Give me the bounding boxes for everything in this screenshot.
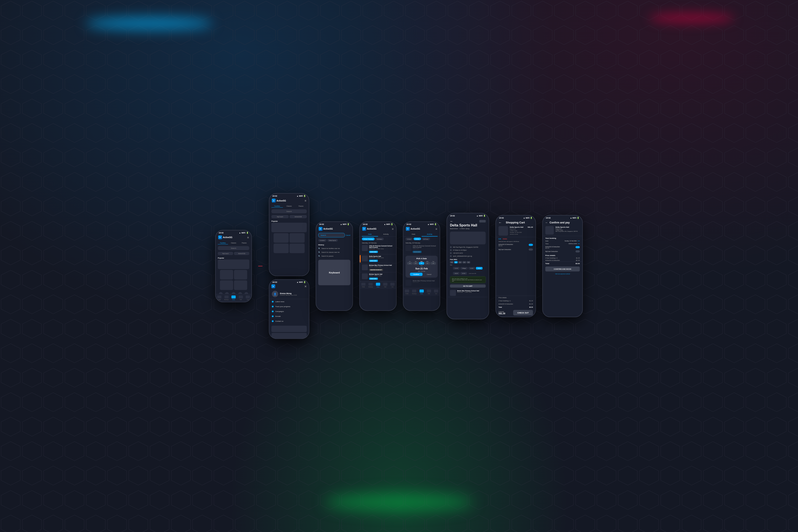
- nav-bookings-1[interactable]: Bookings: [224, 296, 229, 300]
- checkout-btn-7[interactable]: CHECK OUT: [513, 310, 533, 316]
- price-details-7: Price details: [496, 296, 536, 299]
- slot-11-6[interactable]: 11:00: [453, 267, 460, 269]
- back-arrow-8[interactable]: ←: [546, 221, 548, 224]
- confirm-venue-card-8: Delta Sports Hall Badminton 1.53km away …: [543, 225, 583, 236]
- cal-23-6[interactable]: 23: [467, 261, 470, 263]
- menu-donate[interactable]: Donate: [269, 314, 309, 319]
- slot-18-6[interactable]: 18:00: [453, 272, 460, 274]
- cancel-date-btn-5[interactable]: Cancel: [425, 272, 433, 276]
- tab-activity-5[interactable]: Activity: [421, 232, 438, 236]
- date-cell-mon-5[interactable]: 22: [425, 262, 430, 265]
- add-payment-8[interactable]: Add new payment method: [543, 272, 583, 275]
- cal-21-6[interactable]: 21: [458, 261, 462, 263]
- tab-classes-2a[interactable]: Classes: [283, 205, 295, 208]
- slot-village-6[interactable]: Village: [460, 267, 468, 269]
- book-btn-4-4[interactable]: BOOK NOW: [369, 278, 378, 280]
- tab-facilities-2a[interactable]: Facilities: [271, 205, 283, 208]
- profile-name-2b: Emma Wong: [280, 292, 306, 294]
- date-cell-sun-5[interactable]: 21: [419, 262, 424, 265]
- search-bar-2a[interactable]: Search: [271, 209, 307, 213]
- back-arrow-6[interactable]: ←: [450, 219, 454, 223]
- filter-trending-4[interactable]: ⇅ Sort: Trending: [362, 238, 375, 240]
- my-coach-btn-1[interactable]: MyCoach: [218, 252, 233, 255]
- activeSG-btn-2a[interactable]: ActiveSG$: [290, 215, 307, 218]
- tab-date-5[interactable]: Date: [405, 232, 422, 236]
- tab-date-4[interactable]: Date: [362, 232, 378, 236]
- time-edit-8[interactable]: Edit: [577, 243, 580, 244]
- tab-facilities-1[interactable]: Facilities: [218, 241, 228, 244]
- date-cell-sat-5[interactable]: 20: [413, 262, 418, 265]
- book-btn-2-4[interactable]: BOOK NOW: [369, 260, 378, 262]
- delete-btn-7[interactable]: Delete: [503, 238, 507, 240]
- filter-row-4: ⇅ Sort: Trending ⊞ Filters: [360, 236, 396, 241]
- tab-passes-2a[interactable]: Passes: [296, 205, 307, 208]
- confirm-date-btn-5[interactable]: Confirm: [410, 272, 423, 276]
- bottom-nav-1: Profile Bookings Home Notif Cart: [216, 294, 251, 302]
- suggestion-1-3[interactable]: 🔍 Search for facilities near me: [316, 246, 353, 250]
- search-input-3[interactable]: Search: [321, 234, 326, 236]
- phone-4-booking-list: 19:02 ▲ WiFi 🔋 A ActiveSG ≡ Date Activit…: [359, 221, 397, 311]
- popular-grid-1: [218, 270, 249, 290]
- cal-20-6[interactable]: 20: [454, 261, 458, 263]
- price-total-8: Total $0.00: [543, 261, 583, 265]
- date-cell-tue-5[interactable]: 23: [431, 262, 436, 265]
- myCash-toggle-7[interactable]: [529, 248, 533, 250]
- suggestion-2-3[interactable]: 🔍 Search for classes near me: [316, 250, 353, 254]
- menu-icon-5[interactable]: ≡: [435, 227, 437, 230]
- app-header-3: A ActiveSG: [316, 226, 353, 232]
- filter-sort-5[interactable]: ⇅ Sort: [405, 238, 413, 240]
- filter-activity-5[interactable]: Activity: [414, 238, 421, 240]
- glow-blue: [85, 17, 213, 30]
- chip-delta-3[interactable]: Delta Sports: [327, 239, 338, 242]
- menu-track-progress[interactable]: Track your progress: [269, 304, 309, 309]
- activeSG-btn-1[interactable]: ActiveSG$: [234, 252, 249, 255]
- confirm-book-btn-8[interactable]: CONFIRM AND BOOK: [546, 266, 580, 271]
- logo-icon-2b: A: [271, 285, 276, 288]
- booking-info-1-4: CHIJ St Theresa Convent School Hall Fest…: [369, 245, 394, 253]
- cal-19-6[interactable]: 19: [450, 261, 454, 263]
- cancel-btn-3[interactable]: Cancel: [346, 234, 350, 236]
- slot-20-6[interactable]: 20:00: [460, 272, 467, 274]
- myCash-toggle-8[interactable]: [576, 250, 580, 252]
- suggestion-3-3[interactable]: 🔍 Search for passes: [316, 254, 353, 258]
- menu-icon-2a[interactable]: ≡: [305, 199, 306, 202]
- slot-15-6[interactable]: 15:00: [476, 267, 482, 269]
- edit-btn-7[interactable]: Edit: [499, 238, 501, 240]
- tab-activity-4[interactable]: Activity: [378, 232, 394, 236]
- nav-cart-1[interactable]: Cart: [246, 296, 250, 300]
- cart-item-price-7: S$1.30: [528, 226, 533, 235]
- tab-passes-1[interactable]: Passes: [239, 241, 249, 244]
- menu-campaigns[interactable]: Campaigns: [269, 309, 309, 314]
- toggle-6[interactable]: [479, 220, 486, 222]
- menu-icon-4[interactable]: ≡: [392, 227, 394, 230]
- tab-classes-1[interactable]: Classes: [229, 241, 239, 244]
- nav-notifications-1[interactable]: Notif: [239, 296, 243, 300]
- chip-location-3[interactable]: Location: [318, 239, 327, 242]
- time-row-8: Time 10:00 to 12:00 Edit: [543, 242, 583, 245]
- search-bar-1[interactable]: Search: [218, 246, 249, 250]
- location-icon-6: [450, 246, 452, 248]
- nav-profile-1[interactable]: Profile: [217, 296, 221, 300]
- date-cell-fri-5[interactable]: 19: [407, 262, 413, 265]
- my-coach-btn-2a[interactable]: MyCoach: [271, 215, 289, 218]
- slot-13-6[interactable]: 13:00: [468, 267, 475, 269]
- close-icon-2b[interactable]: ✕: [304, 285, 307, 288]
- book-btn-1-4[interactable]: BOOK NOW: [369, 251, 378, 253]
- filter-filters-4[interactable]: ⊞ Filters: [376, 238, 384, 240]
- popular-wide-2a: [271, 223, 307, 232]
- cal-22-6[interactable]: 22: [463, 261, 466, 263]
- back-arrow-7[interactable]: ←: [499, 221, 502, 224]
- filter-filters-5[interactable]: ⊞ Photo: [422, 238, 430, 240]
- cart-title-7: Shopping Cart: [506, 221, 525, 224]
- app-logo-1: A ActiveSG: [218, 235, 232, 239]
- date-edit-8[interactable]: Edit: [577, 240, 580, 242]
- activeSG-toggle-7[interactable]: [529, 244, 533, 246]
- menu-latest-news[interactable]: Latest news: [269, 299, 309, 304]
- go-cart-btn-6[interactable]: GO TO CART: [450, 284, 486, 287]
- nav-home-1[interactable]: Home: [231, 296, 236, 300]
- menu-icon-1[interactable]: ≡: [247, 235, 249, 239]
- waitlist-btn-4[interactable]: REGISTER ON WAITLIST: [369, 269, 383, 271]
- activeSG-toggle-8[interactable]: [576, 246, 580, 248]
- bottom-nav-4: Profile Bookings Home Notif Cart: [360, 281, 396, 289]
- menu-contact-us[interactable]: Contact us: [269, 319, 309, 324]
